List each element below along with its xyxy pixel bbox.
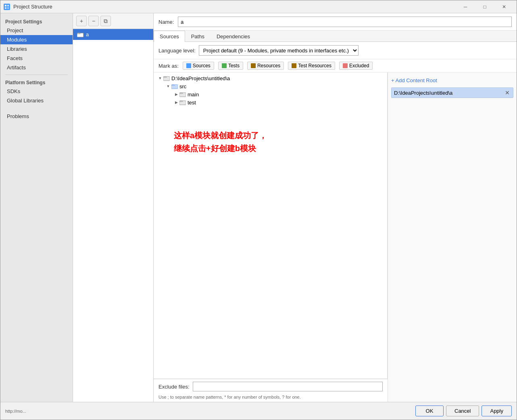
folder-icon: [77, 32, 83, 37]
right-panel: Name: Sources Paths Dependencies Languag…: [154, 13, 517, 402]
bottom-buttons: OK Cancel Apply: [415, 405, 512, 416]
exclude-row: Exclude files:: [154, 379, 388, 394]
tree-test-label: test: [188, 100, 196, 106]
svg-rect-3: [7, 7, 9, 9]
lang-row: Language level: Project default (9 - Mod…: [154, 42, 517, 59]
tab-dependencies-label: Dependencies: [217, 33, 250, 40]
main-content: Project Settings Project Modules Librari…: [0, 13, 517, 402]
mark-excluded-label: Excluded: [349, 63, 369, 69]
tree-item-root[interactable]: ▼ D:\IdeaProjects\untitled\a: [154, 74, 387, 82]
module-list: + − ⧉ a: [73, 13, 154, 402]
lang-level-select[interactable]: Project default (9 - Modules, private me…: [199, 45, 359, 56]
title-bar-left: Project Structure: [4, 4, 52, 10]
tree-arrow-main: ▶: [173, 91, 179, 98]
close-button[interactable]: ✕: [495, 0, 513, 13]
apply-button[interactable]: Apply: [482, 405, 512, 416]
content-roots-panel: + Add Content Root D:\IdeaProjects\untit…: [388, 73, 517, 402]
remove-content-root-button[interactable]: ✕: [504, 89, 511, 96]
name-label: Name:: [158, 19, 175, 25]
tabs-row: Sources Paths Dependencies: [154, 31, 517, 42]
content-root-path: D:\IdeaProjects\untitled\a: [394, 90, 452, 96]
sources-color-icon: [186, 63, 191, 68]
sidebar-item-label: SDKs: [7, 88, 20, 94]
tree-arrow-test: ▶: [173, 99, 179, 106]
tab-sources[interactable]: Sources: [154, 31, 185, 42]
tree-arrow-root: ▼: [157, 75, 163, 81]
tree-arrow-src: ▼: [165, 83, 171, 89]
tree-item-src[interactable]: ▼ src: [154, 82, 387, 90]
mark-resources-label: Resources: [257, 63, 280, 69]
mark-sources-button[interactable]: Sources: [183, 62, 214, 70]
sidebar-item-sdks[interactable]: SDKs: [0, 87, 73, 96]
exclude-input[interactable]: [193, 382, 383, 391]
exclude-hint: Use ; to separate name patterns, * for a…: [154, 394, 388, 402]
app-icon: [4, 4, 10, 10]
sidebar-item-modules[interactable]: Modules: [0, 35, 73, 44]
svg-rect-2: [5, 7, 6, 9]
add-module-button[interactable]: +: [76, 16, 87, 26]
module-toolbar: + − ⧉: [73, 13, 153, 29]
module-item-a[interactable]: a: [73, 29, 153, 40]
copy-module-button[interactable]: ⧉: [100, 16, 111, 26]
mark-as-row: Mark as: Sources Tests Resources Test Re…: [154, 59, 517, 73]
root-folder-icon: [163, 75, 170, 81]
lang-label: Language level:: [158, 48, 196, 54]
mark-as-label: Mark as:: [158, 63, 179, 69]
platform-settings-header: Platform Settings: [0, 77, 73, 87]
minimize-button[interactable]: ─: [456, 0, 475, 13]
sidebar-item-libraries[interactable]: Libraries: [0, 44, 73, 54]
resources-color-icon: [251, 63, 256, 68]
test-folder-icon: [179, 100, 186, 105]
svg-rect-1: [7, 5, 9, 6]
sidebar-item-label: Problems: [7, 113, 29, 119]
sidebar-item-artifacts[interactable]: Artifacts: [0, 63, 73, 72]
sidebar: Project Settings Project Modules Librari…: [0, 13, 73, 402]
tree-main-label: main: [188, 91, 199, 98]
sidebar-item-problems[interactable]: Problems: [0, 112, 73, 121]
sidebar-item-label: Libraries: [7, 46, 27, 52]
ok-button[interactable]: OK: [415, 405, 444, 416]
mark-resources-button[interactable]: Resources: [247, 62, 284, 70]
tests-color-icon: [222, 63, 227, 68]
mark-excluded-button[interactable]: Excluded: [339, 62, 373, 70]
mark-sources-label: Sources: [193, 63, 211, 69]
name-input[interactable]: [178, 17, 512, 27]
project-structure-window: Project Structure ─ □ ✕ Project Settings…: [0, 0, 517, 420]
main-folder-icon: [179, 91, 186, 97]
sidebar-item-project[interactable]: Project: [0, 26, 73, 35]
cancel-button[interactable]: Cancel: [446, 405, 479, 416]
add-content-root-button[interactable]: + Add Content Root: [391, 76, 513, 85]
mark-test-resources-button[interactable]: Test Resources: [288, 62, 335, 70]
mark-tests-label: Tests: [228, 63, 240, 69]
bottom-bar: http://mo... OK Cancel Apply: [0, 402, 517, 420]
project-settings-header: Project Settings: [0, 17, 73, 26]
mark-tests-button[interactable]: Tests: [218, 62, 243, 70]
name-row: Name:: [154, 13, 517, 31]
sidebar-item-label: Global Libraries: [7, 98, 44, 104]
tab-dependencies[interactable]: Dependencies: [211, 31, 256, 42]
tab-paths[interactable]: Paths: [185, 31, 211, 42]
tree-item-test[interactable]: ▶ test: [154, 98, 387, 106]
sidebar-divider: [5, 75, 68, 75]
maximize-button[interactable]: □: [475, 0, 494, 13]
sidebar-item-label: Modules: [7, 37, 27, 43]
window-title: Project Structure: [13, 4, 52, 10]
tree-item-main[interactable]: ▶ main: [154, 90, 387, 98]
exclude-label: Exclude files:: [158, 384, 190, 390]
src-folder-icon: [171, 83, 178, 89]
sidebar-item-label: Project: [7, 27, 23, 33]
sidebar-item-label: Artifacts: [7, 64, 26, 71]
title-bar: Project Structure ─ □ ✕: [0, 0, 517, 13]
content-root-item: D:\IdeaProjects\untitled\a ✕: [391, 87, 513, 98]
file-tree: ▼ D:\IdeaProjects\untitled\a ▼: [154, 73, 388, 378]
tree-src-label: src: [179, 83, 186, 89]
tree-root-label: D:\IdeaProjects\untitled\a: [171, 75, 230, 81]
test-resources-color-icon: [292, 63, 296, 68]
tab-sources-label: Sources: [160, 33, 179, 40]
sidebar-item-label: Facets: [7, 55, 23, 61]
remove-module-button[interactable]: −: [88, 16, 99, 26]
module-item-label: a: [86, 31, 89, 37]
sidebar-item-global-libraries[interactable]: Global Libraries: [0, 96, 73, 105]
sidebar-item-facets[interactable]: Facets: [0, 54, 73, 63]
excluded-color-icon: [343, 63, 348, 68]
